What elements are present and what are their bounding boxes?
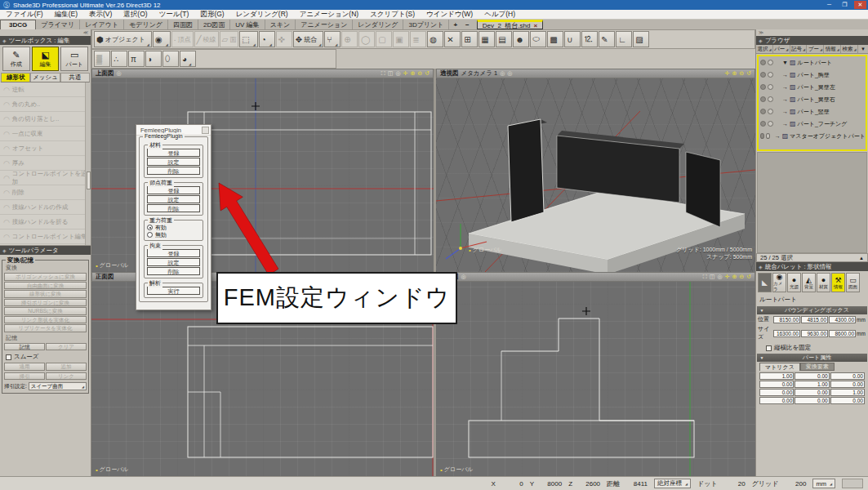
tool-item[interactable]: ◠ 削除: [0, 185, 91, 200]
constraint-button[interactable]: 登録: [147, 249, 200, 257]
workspace-tab[interactable]: レンダリング: [353, 20, 403, 29]
toolbar-button[interactable]: ◗: [145, 51, 162, 67]
branch-icon[interactable]: →: [775, 72, 788, 78]
branch-icon[interactable]: →: [772, 133, 780, 139]
toolbar-button[interactable]: ╱ 稜線: [194, 31, 219, 47]
branch-icon[interactable]: →: [775, 109, 788, 114]
close-button[interactable]: ✕: [854, 1, 866, 9]
tool-item[interactable]: ◠ 接線ハンドルを折る: [0, 215, 91, 229]
view-nav-icon[interactable]: ⊖: [417, 70, 422, 77]
menu-item[interactable]: ツール(T): [154, 10, 195, 20]
render-toggle-icon[interactable]: [766, 133, 770, 139]
view-nav-icon[interactable]: ↺: [746, 274, 751, 280]
toolbar-button[interactable]: ⑂: [324, 31, 341, 47]
matrix-cell[interactable]: 0.00: [759, 381, 794, 388]
toolbar-button[interactable]: ∴: [111, 51, 127, 67]
toolbar-button[interactable]: ▩: [547, 31, 563, 47]
radio-icon[interactable]: [147, 232, 153, 238]
branch-icon[interactable]: →: [775, 84, 788, 90]
toolbar-button[interactable]: ⒓: [581, 31, 598, 47]
view-nav-icon[interactable]: ↺: [746, 70, 751, 77]
size-field[interactable]: 16300.00: [773, 330, 800, 337]
toolbar-button[interactable]: ☻: [513, 31, 529, 47]
toolbar-button[interactable]: ✥ 統合: [293, 31, 323, 47]
toolbar-button[interactable]: ∙ 頂点: [171, 31, 194, 47]
tree-empty-area[interactable]: [757, 152, 867, 253]
visibility-icon[interactable]: [760, 84, 766, 90]
constraint-button[interactable]: 削除: [147, 267, 200, 275]
view-nav-icon[interactable]: ⊕: [732, 70, 737, 77]
radio-icon[interactable]: [147, 225, 153, 230]
mode-button[interactable]: ✎ 作成: [2, 47, 30, 71]
menu-item[interactable]: 編集(E): [49, 10, 83, 20]
menu-item[interactable]: 表示(V): [83, 10, 118, 20]
view-control-icon[interactable]: ⛶: [381, 70, 385, 77]
add-workspace-button[interactable]: +: [449, 20, 461, 29]
view-nav-icon[interactable]: ⊕: [732, 274, 737, 280]
matrix-cell[interactable]: 0.00: [830, 372, 865, 380]
toolbar-button[interactable]: ✜: [276, 31, 292, 47]
palette-tab-button[interactable]: ● 光源: [787, 273, 801, 292]
minimize-button[interactable]: ─: [823, 1, 835, 9]
collapse-tree-icon[interactable]: ▲: [859, 256, 864, 261]
toolbar-button[interactable]: ⬚: [239, 31, 258, 47]
sweep-button[interactable]: リンク: [46, 372, 87, 381]
toolbox-tab[interactable]: 共通: [60, 73, 90, 82]
convert-button[interactable]: ポリゴンメッシュに変換: [4, 273, 87, 281]
view-nav-icon[interactable]: ⊖: [739, 70, 744, 77]
menu-item[interactable]: 選択(O): [118, 10, 153, 20]
part-attr-tab[interactable]: 変換要素: [800, 363, 835, 371]
toolbar-button[interactable]: ⬯: [162, 51, 179, 67]
browser-tab[interactable]: 記号: [790, 45, 808, 53]
toolbar-button[interactable]: ▣: [393, 31, 409, 47]
toolbar-button[interactable]: ⬭: [530, 31, 546, 47]
branch-icon[interactable]: →: [775, 96, 788, 102]
camera-selector[interactable]: メタカメラ 1: [461, 69, 498, 78]
tool-item[interactable]: ◠ コントロールポイント編集: [0, 229, 91, 244]
side-view-header[interactable]: 側面図 ◎ ⛶◫◎ ✛⊕⊖↺: [436, 272, 755, 282]
visibility-icon[interactable]: [760, 109, 766, 114]
browser-tab[interactable]: ブー: [807, 45, 824, 53]
browser-tab[interactable]: パー: [773, 45, 790, 53]
visibility-icon[interactable]: [760, 72, 766, 78]
view-nav-icon[interactable]: ↺: [425, 70, 430, 77]
toolbar-button[interactable]: ◕: [180, 51, 196, 67]
toolbar-button[interactable]: ▨: [633, 31, 649, 47]
view-nav-icon[interactable]: ⊕: [410, 70, 415, 77]
toolbar-button[interactable]: ≣: [410, 31, 426, 47]
convert-button[interactable]: 掃引ポリゴンに変換: [4, 299, 87, 307]
run-analysis-button[interactable]: 実行: [147, 287, 200, 295]
convert-button[interactable]: 自由曲面に変換: [4, 282, 87, 290]
browser-filter-icon[interactable]: ▼: [858, 45, 868, 53]
part-attr-section-header[interactable]: ▼パート属性: [757, 354, 867, 362]
view-control-icon[interactable]: ◎: [395, 70, 400, 77]
material-button[interactable]: 削除: [147, 167, 200, 175]
tool-item[interactable]: ◠ 逆転: [0, 82, 91, 97]
view-control-icon[interactable]: ◫: [710, 274, 715, 280]
toolbar-button[interactable]: ∪: [564, 31, 581, 47]
palette-tab-button[interactable]: ● 材質: [817, 273, 830, 292]
branch-icon[interactable]: ▼: [775, 60, 788, 65]
view-nav-icon[interactable]: ✛: [403, 70, 408, 77]
render-toggle-icon[interactable]: [768, 109, 773, 114]
workspace-tab[interactable]: 四面図: [168, 20, 198, 29]
toolbar-button[interactable]: ◔: [259, 31, 275, 47]
document-close-icon[interactable]: ×: [533, 22, 537, 29]
render-toggle-icon[interactable]: [768, 84, 773, 90]
tab-3dcg[interactable]: 3DCG: [0, 20, 36, 29]
toolbar-button[interactable]: ✕: [444, 31, 461, 47]
palette-tab-button[interactable]: ⚒ 情報: [831, 273, 845, 292]
render-toggle-icon[interactable]: [768, 72, 773, 78]
convert-button[interactable]: 線形状に変換: [4, 290, 87, 298]
matrix-cell[interactable]: 1.00: [759, 372, 794, 380]
tree-item[interactable]: ▼ ▨ ルートパート: [759, 56, 866, 69]
branch-icon[interactable]: →: [775, 121, 788, 127]
menu-item[interactable]: スクリプト(S): [364, 10, 421, 20]
unit-dropdown[interactable]: mm: [812, 479, 835, 488]
menu-item[interactable]: アニメーション(N): [294, 10, 365, 20]
bbox-section-header[interactable]: ▼バウンディングボックス: [757, 306, 867, 314]
collapse-right-icon[interactable]: ≫: [759, 30, 763, 35]
workspace-tab[interactable]: レイアウト: [80, 20, 124, 29]
view-nav-icon[interactable]: ✛: [725, 70, 730, 77]
workspace-tab[interactable]: 3Dプリント: [403, 20, 449, 29]
